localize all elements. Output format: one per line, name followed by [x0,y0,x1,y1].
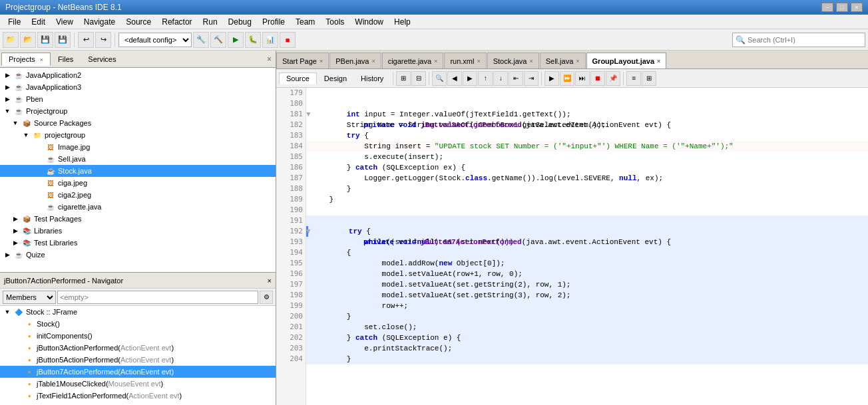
projects-tab-close[interactable]: × [40,57,43,63]
expand-icon-testpkg[interactable]: ▶ [11,214,20,223]
close-button[interactable]: × [851,3,863,12]
pben-tab-close[interactable]: × [371,58,375,65]
search-input[interactable] [748,36,861,44]
nav-item-tf1key[interactable]: ▶ 🔸 jTextField1KeyPressed(KeyEvent evt) [0,402,276,405]
editor-tab-cigarette[interactable]: cigarette.java × [382,53,444,68]
tree-quize[interactable]: ▶ ☕ Quize [0,249,276,261]
nav-item-table1[interactable]: ▶ 🔸 jTable1MouseClicked(MouseEvent evt) [0,378,276,390]
redo-button[interactable]: ↪ [95,32,111,48]
profile-button[interactable]: 📊 [262,32,278,48]
menu-run[interactable]: Run [198,16,223,28]
tab-design[interactable]: Design [318,73,353,84]
menu-help[interactable]: Help [389,16,416,28]
tree-javaapp2[interactable]: ▶ ☕ JavaApplication2 [0,69,276,81]
config-dropdown[interactable]: <default config> [118,33,192,47]
cigarette-tab-close[interactable]: × [434,58,437,65]
tree-ciga2jpeg[interactable]: ▶ 🖼 ciga2.jpeg [0,189,276,201]
src-btn-12[interactable]: 📌 [606,71,620,86]
tab-history[interactable]: History [354,73,390,84]
tree-imagejpg[interactable]: ▶ 🖼 Image.jpg [0,141,276,153]
src-btn-diff[interactable]: ⊞ [642,71,656,86]
tab-projects[interactable]: Projects × [1,53,51,66]
nav-item-btn3[interactable]: ▶ 🔸 jButton3ActionPerformed(ActionEvent … [0,342,276,354]
src-btn-tasks[interactable]: ≡ [626,71,641,86]
nav-settings-button[interactable]: ⚙ [260,291,273,304]
src-btn-9[interactable]: ▶ [544,71,559,86]
editor-tab-stock[interactable]: Stock.java × [487,53,539,68]
src-btn-8[interactable]: ⇥ [524,71,539,86]
src-btn-1[interactable]: ⊞ [396,71,411,86]
nav-item-btn7[interactable]: ▶ 🔸 jButton7ActionPerformed(ActionEvent … [0,366,276,378]
src-btn-3[interactable]: ◀ [447,71,462,86]
debug-button[interactable]: 🐛 [245,32,261,48]
tree-javaapp3[interactable]: ▶ ☕ JavaApplication3 [0,81,276,93]
expand-icon-srcpkg[interactable]: ▼ [11,118,20,128]
fold-icon-191[interactable]: ▼ [306,226,311,237]
src-btn-7[interactable]: ⇤ [509,71,523,86]
tree-source-packages[interactable]: ▼ 📦 Source Packages [0,117,276,129]
run-button[interactable]: ▶ [228,32,244,48]
src-btn-10[interactable]: ⏩ [560,71,574,86]
expand-icon-libs[interactable]: ▶ [11,226,20,235]
tree-cigarettejava[interactable]: ▶ ☕ cigarette.java [0,201,276,213]
startpage-tab-close[interactable]: × [320,58,323,65]
expand-icon-javaapp3[interactable]: ▶ [3,82,12,92]
expand-icon-pgpkg[interactable]: ▼ [21,130,31,140]
stop-button[interactable]: ■ [280,32,296,48]
grouplayout-tab-close[interactable]: × [657,58,660,65]
src-btn-6[interactable]: ↓ [493,71,508,86]
expand-icon-pben[interactable]: ▶ [3,94,12,104]
clean-build-button[interactable]: 🔧 [193,32,209,48]
src-btn-search[interactable]: 🔍 [432,71,447,86]
src-btn-5[interactable]: ↑ [478,71,493,86]
menu-refactor[interactable]: Refactor [156,16,197,28]
expand-icon-quize[interactable]: ▶ [3,250,12,259]
expand-icon-testlibs[interactable]: ▶ [11,238,20,247]
nav-item-btn5[interactable]: ▶ 🔸 jButton5ActionPerformed(ActionEvent … [0,354,276,366]
new-project-button[interactable]: 📁 [3,32,19,48]
menu-debug[interactable]: Debug [223,16,257,28]
minimize-button[interactable]: − [821,3,833,12]
menu-profile[interactable]: Profile [257,16,290,28]
open-button[interactable]: 📂 [20,32,36,48]
nav-item-stock-class[interactable]: ▼ 🔷 Stock :: JFrame [0,306,276,318]
nav-filter-input[interactable] [57,291,258,304]
tree-stockjava[interactable]: ▶ ☕ Stock.java [0,165,276,177]
tab-files[interactable]: Files [51,53,81,66]
menu-tools[interactable]: Tools [320,16,349,28]
editor-tab-runxml[interactable]: run.xml × [444,53,486,68]
tree-cigajpeg[interactable]: ▶ 🖼 ciga.jpeg [0,177,276,189]
stock-tab-close[interactable]: × [529,58,533,65]
nav-expand-stock[interactable]: ▼ [3,307,12,317]
tree-pben[interactable]: ▶ ☕ Pben [0,93,276,105]
expand-icon-pg[interactable]: ▼ [3,106,12,116]
tree-testpkg[interactable]: ▶ 📦 Test Packages [0,213,276,225]
tree-projectgroup[interactable]: ▼ ☕ Projectgroup [0,105,276,117]
menu-file[interactable]: File [3,16,26,28]
nav-item-constructor[interactable]: ▶ 🔸 Stock() [0,318,276,330]
code-content[interactable]: ▼ private void jButton3ActionPerformed(j… [306,88,868,405]
nav-item-initcomponents[interactable]: ▶ 🔸 initComponents() [0,330,276,342]
navigator-close-icon[interactable]: × [268,277,272,285]
src-btn-stop[interactable]: ⏹ [590,71,605,86]
tab-source[interactable]: Source [279,72,317,84]
maximize-button[interactable]: □ [836,3,848,12]
sell-tab-close[interactable]: × [576,58,579,65]
editor-tab-startpage[interactable]: Start Page × [276,53,329,68]
nav-item-tf1action[interactable]: ▶ 🔸 jTextField1ActionPerformed(ActionEve… [0,390,276,402]
navigator-content[interactable]: ▼ 🔷 Stock :: JFrame ▶ 🔸 Stock() ▶ 🔸 init… [0,306,276,405]
fold-icon-180[interactable]: ▼ [306,109,311,120]
editor-tab-pben[interactable]: PBen.java × [329,53,381,68]
project-tree[interactable]: ▶ ☕ JavaApplication2 ▶ ☕ JavaApplication… [0,68,276,272]
runxml-tab-close[interactable]: × [477,58,480,65]
menu-window[interactable]: Window [349,16,389,28]
tab-services[interactable]: Services [81,53,123,66]
save-all-button[interactable]: 💾 [55,32,71,48]
editor-tab-grouplayout[interactable]: GroupLayout.java × [586,53,667,68]
menu-source[interactable]: Source [120,16,156,28]
panel-close-icon[interactable]: × [267,55,274,64]
menu-edit[interactable]: Edit [26,16,51,28]
tree-selljava[interactable]: ▶ ☕ Sell.java [0,153,276,165]
save-button[interactable]: 💾 [37,32,53,48]
src-btn-2[interactable]: ⊟ [411,71,426,86]
